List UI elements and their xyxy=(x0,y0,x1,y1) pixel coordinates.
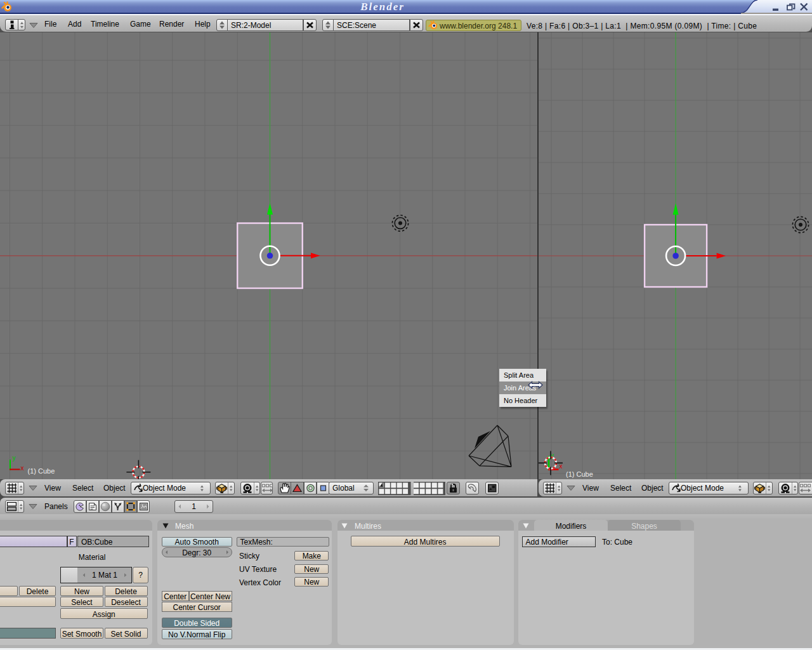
svg-text:(1) Cube: (1) Cube xyxy=(566,470,593,478)
svg-text:(1) Cube: (1) Cube xyxy=(28,467,55,475)
svg-text:x: x xyxy=(21,465,24,472)
svg-text:y: y xyxy=(13,454,16,461)
